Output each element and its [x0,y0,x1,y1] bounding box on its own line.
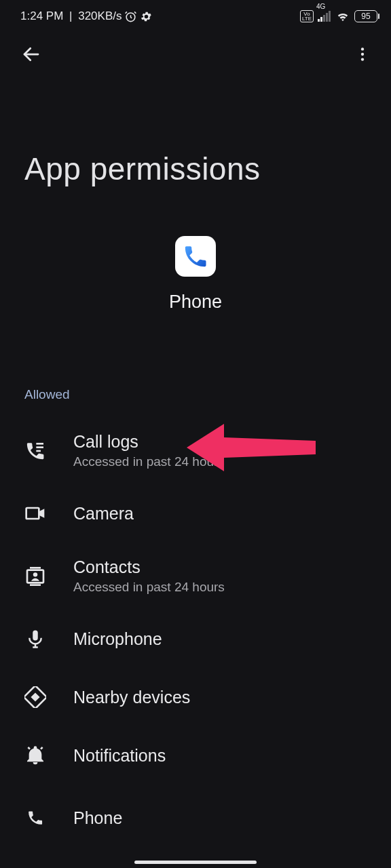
svg-rect-2 [320,17,322,22]
status-speed: 320KB/s [78,9,122,23]
svg-point-8 [361,53,364,56]
nearby-icon [24,686,46,708]
svg-rect-5 [329,11,331,22]
battery-icon: 95 [354,10,377,22]
permission-title: Phone [73,808,122,828]
svg-rect-12 [36,450,41,452]
status-right: VoLTE 4G 95 [300,10,377,22]
microphone-icon [24,628,46,650]
app-hero: Phone [0,236,391,313]
phone-app-icon [175,236,216,277]
phone-perm-icon [24,807,46,829]
camera-icon [24,502,46,524]
app-name-label: Phone [169,292,222,313]
permission-list: Call logs Accessed in past 24 hours Came… [0,417,391,843]
permission-title: Call logs [73,432,225,452]
status-bar: 1:24 PM | 320KB/s VoLTE 4G 95 [0,0,391,33]
permission-title: Contacts [73,557,225,577]
app-bar [0,33,391,76]
permission-call-logs[interactable]: Call logs Accessed in past 24 hours [0,417,391,484]
svg-rect-13 [26,508,39,519]
more-options-button[interactable] [348,39,377,69]
allowed-section-label: Allowed [0,387,391,402]
permission-contacts[interactable]: Contacts Accessed in past 24 hours [0,542,391,610]
permission-nearby-devices[interactable]: Nearby devices [0,668,391,726]
svg-rect-1 [318,19,320,22]
permission-title: Nearby devices [73,688,190,707]
svg-point-16 [33,572,37,576]
permission-title: Microphone [73,629,162,649]
svg-rect-11 [36,446,43,448]
status-time: 1:24 PM [20,9,63,23]
svg-point-9 [361,58,364,60]
settings-gear-icon [140,10,153,23]
permission-microphone[interactable]: Microphone [0,610,391,668]
status-divider: | [66,9,75,23]
back-button[interactable] [16,39,46,69]
svg-rect-4 [326,13,328,22]
permission-subtitle: Accessed in past 24 hours [73,454,225,469]
permission-phone[interactable]: Phone [0,785,391,843]
svg-rect-10 [36,443,43,445]
svg-point-7 [361,47,364,50]
svg-rect-19 [33,631,38,641]
call-log-icon [24,440,46,462]
home-indicator[interactable] [134,861,257,864]
volte-icon: VoLTE [300,10,314,22]
signal-icon: 4G [318,11,331,22]
contacts-icon [24,566,46,587]
status-left: 1:24 PM | 320KB/s [20,9,153,23]
permission-title: Notifications [73,746,166,766]
permission-camera[interactable]: Camera [0,484,391,542]
svg-rect-3 [323,15,325,22]
permission-title: Camera [73,504,134,524]
permission-notifications[interactable]: Notifications [0,726,391,785]
page-title: App permissions [0,76,391,187]
wifi-icon [335,10,350,22]
svg-rect-23 [31,692,39,701]
notifications-icon [24,745,46,766]
alarm-icon [124,10,137,23]
permission-subtitle: Accessed in past 24 hours [73,580,225,595]
